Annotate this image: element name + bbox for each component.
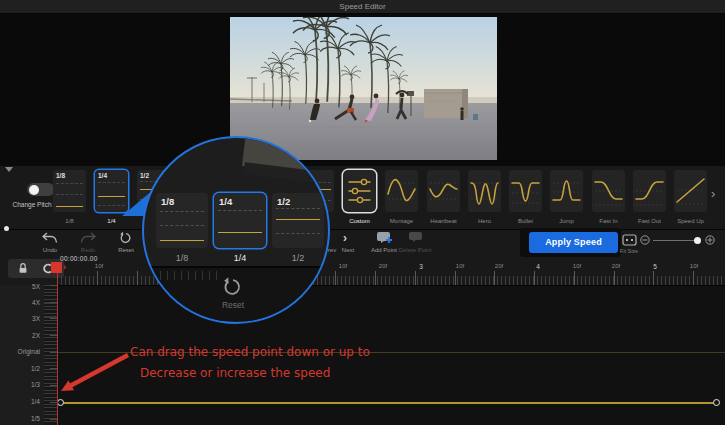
ruler-label: 20f — [489, 263, 509, 269]
undo-icon[interactable] — [42, 232, 58, 244]
preset-montage-label: Montage — [381, 218, 422, 224]
preset-custom-label: Custom — [339, 218, 380, 224]
preset-hero[interactable] — [468, 170, 501, 212]
next-icon[interactable]: › — [343, 231, 347, 245]
annotation-line2: Decrease or increase the speed — [140, 366, 330, 380]
magnified-reset-icon — [222, 276, 244, 298]
magnified-reset-label: Reset — [212, 300, 254, 310]
preset-speed-up-label: Speed Up — [670, 218, 711, 224]
toggle-knob — [29, 185, 39, 195]
lock-icon[interactable] — [17, 262, 29, 274]
preset-fast-out[interactable] — [633, 170, 666, 212]
redo-label: Redo — [68, 247, 108, 253]
preset-bullet[interactable] — [509, 170, 542, 212]
add-point-icon[interactable] — [376, 231, 393, 244]
next-label: Next — [328, 247, 368, 253]
speed-curve-line[interactable] — [60, 402, 717, 404]
speed-point-left[interactable] — [57, 399, 64, 406]
undo-label: Undo — [30, 247, 70, 253]
preset-jump[interactable] — [550, 170, 583, 212]
ruler-label: 10f — [684, 263, 704, 269]
preset-scroll-right-icon[interactable]: › — [711, 186, 715, 201]
custom-sliders-icon — [349, 179, 370, 202]
magnified-preset-1-4: 1/4 — [214, 193, 266, 248]
title-bar: Speed Editor — [0, 0, 725, 14]
annotation-arrow — [50, 345, 135, 400]
preset-jump-label: Jump — [546, 218, 587, 224]
magnified-preset-1-2-label: 1/2 — [272, 253, 324, 263]
scale-label: 5X — [0, 283, 40, 290]
scale-label: 2X — [0, 332, 40, 339]
preset-montage[interactable] — [385, 170, 418, 212]
ruler-label: 10f — [567, 263, 587, 269]
window-title: Speed Editor — [339, 2, 385, 11]
ruler-label: 10f — [450, 263, 470, 269]
scale-label: 1/3 — [0, 381, 40, 388]
zoom-out-icon[interactable] — [640, 235, 650, 245]
preset-fast-in-label: Fast In — [588, 218, 629, 224]
delete-point-label: Delete Point — [395, 247, 435, 253]
annotation-line1: Can drag the speed point down or up to — [130, 345, 370, 359]
preset-heartbeat-label: Heartbeat — [423, 218, 464, 224]
delete-point-icon[interactable] — [408, 231, 423, 243]
ruler-label: 4 — [528, 263, 548, 270]
ruler-label: 20f — [606, 263, 626, 269]
timecode: 00:00:00.00 — [60, 255, 98, 262]
ruler-label: 5 — [645, 263, 665, 270]
preset-fast-in[interactable] — [592, 170, 625, 212]
magnified-preset-1-4-label: 1/4 — [214, 253, 266, 263]
scale-label: 1/4 — [0, 398, 40, 405]
preset-speed-up[interactable] — [674, 170, 707, 212]
splitter-dot[interactable] — [4, 226, 9, 231]
playhead-arrow-icon: › — [63, 262, 66, 272]
magnified-preset-1-2: 1/2 — [272, 193, 324, 248]
speed-point-right[interactable] — [713, 399, 720, 406]
zoom-slider-track[interactable] — [653, 240, 700, 241]
zoom-in-icon[interactable] — [705, 235, 715, 245]
preset-heartbeat[interactable] — [427, 170, 460, 212]
playhead-handle[interactable] — [51, 262, 62, 273]
redo-icon[interactable] — [80, 232, 96, 244]
preset-1-8-label: 1/8 — [49, 218, 90, 224]
preset-hero-label: Hero — [464, 218, 505, 224]
scale-label: Original — [0, 348, 40, 355]
preset-bullet-label: Bullet — [505, 218, 546, 224]
preset-custom[interactable] — [343, 170, 376, 212]
ruler-label: 3 — [411, 263, 431, 270]
scale-label: 1/5 — [0, 415, 40, 422]
ruler-label: 10f — [89, 263, 109, 269]
apply-speed-button[interactable]: Apply Speed — [529, 232, 618, 253]
preset-1-8[interactable]: 1/8 — [53, 170, 86, 212]
magnifier-circle: 1/8 1/8 1/4 1/4 1/2 1/2 Reset — [142, 136, 330, 324]
ruler-label: 20f — [373, 263, 393, 269]
preset-fast-out-label: Fast Out — [629, 218, 670, 224]
magnified-preset-1-8-label: 1/8 — [156, 253, 208, 263]
ruler-label: 10f — [333, 263, 353, 269]
scale-label: 4X — [0, 299, 40, 306]
fit-size-label: Fit Size — [614, 248, 644, 254]
reset-icon[interactable] — [119, 231, 133, 245]
scale-label: 1/2 — [0, 365, 40, 372]
scale-label: 3X — [0, 315, 40, 322]
reset-label: Reset — [106, 247, 146, 253]
collapse-triangle-icon[interactable] — [5, 167, 13, 172]
speed-editor-window: Speed Editor — [0, 0, 725, 425]
zoom-slider-knob[interactable] — [694, 237, 701, 244]
change-pitch-toggle[interactable] — [27, 183, 55, 196]
fit-size-icon[interactable] — [622, 234, 637, 246]
magnified-preset-1-8: 1/8 — [156, 193, 208, 248]
video-preview — [230, 17, 497, 160]
magnified-ruler-ticks — [146, 271, 221, 280]
